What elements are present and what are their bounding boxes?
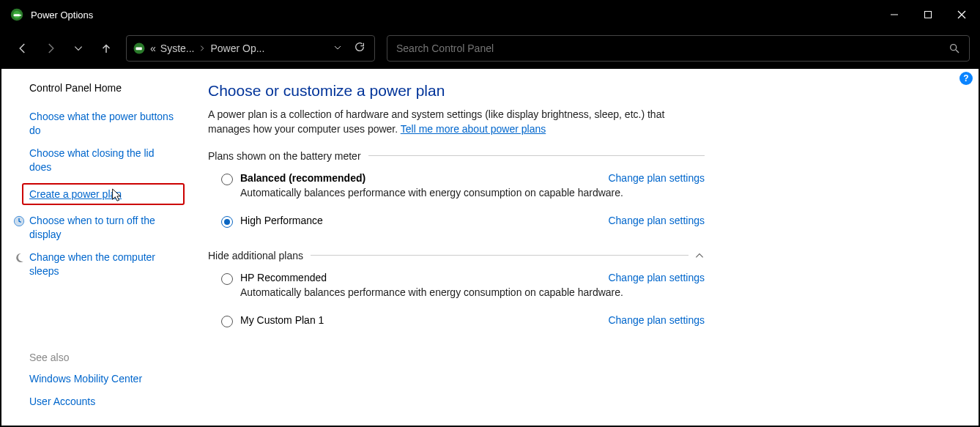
sidebar-link-create-plan[interactable]: Create a power plan (22, 183, 185, 206)
svg-rect-2 (14, 14, 21, 16)
breadcrumb-prefix: « (150, 42, 156, 54)
section-plans-shown: Plans shown on the battery meter (208, 150, 705, 162)
svg-point-10 (951, 45, 957, 51)
section-hide-additional[interactable]: Hide additional plans (208, 250, 705, 261)
plan-high-performance: High Performance Change plan settings (221, 215, 705, 228)
breadcrumb-item-1[interactable]: Syste... (160, 42, 195, 54)
address-dropdown-button[interactable] (329, 42, 346, 55)
search-input[interactable] (396, 42, 949, 54)
change-plan-settings-link[interactable]: Change plan settings (608, 272, 705, 283)
help-icon[interactable]: ? (959, 72, 973, 85)
plan-radio-high-performance[interactable] (221, 216, 233, 228)
clock-icon (13, 215, 25, 227)
plan-hp-recommended: HP Recommended Change plan settings Auto… (221, 272, 705, 308)
main-panel: Choose or customize a power plan A power… (192, 69, 749, 426)
chevron-up-icon[interactable] (694, 250, 705, 261)
window-title: Power Options (31, 10, 93, 21)
up-button[interactable] (94, 36, 119, 61)
divider (311, 255, 688, 256)
refresh-button[interactable] (351, 41, 368, 56)
plan-custom-1: My Custom Plan 1 Change plan settings (221, 314, 705, 327)
see-also-header: See also (29, 352, 177, 363)
search-icon[interactable] (949, 42, 960, 54)
breadcrumb[interactable]: « Syste... Power Op... (150, 42, 324, 54)
plan-title[interactable]: HP Recommended (240, 272, 327, 283)
sidebar-link-turn-off-display[interactable]: Choose when to turn off the display (29, 214, 177, 242)
control-panel-home-link[interactable]: Control Panel Home (29, 82, 177, 94)
back-button[interactable] (10, 36, 35, 61)
plan-title[interactable]: My Custom Plan 1 (240, 314, 324, 326)
plan-title[interactable]: Balanced (recommended) (240, 172, 365, 184)
plan-radio-balanced[interactable] (221, 174, 233, 185)
maximize-button[interactable] (911, 1, 945, 28)
see-also-user-accounts[interactable]: User Accounts (29, 395, 177, 409)
change-plan-settings-link[interactable]: Change plan settings (608, 314, 705, 326)
battery-icon (133, 42, 146, 55)
section-header-label: Hide additional plans (208, 250, 303, 261)
address-bar[interactable]: « Syste... Power Op... (126, 35, 375, 62)
section-header-label: Plans shown on the battery meter (208, 150, 361, 162)
sidebar-link-label: Change when the computer sleeps (29, 251, 155, 277)
sidebar: Control Panel Home Choose what the power… (1, 69, 192, 426)
change-plan-settings-link[interactable]: Change plan settings (608, 215, 705, 226)
plan-description: Automatically balances performance with … (240, 286, 705, 298)
sidebar-link-computer-sleeps[interactable]: Change when the computer sleeps (29, 250, 177, 278)
page-title: Choose or customize a power plan (208, 82, 705, 100)
svg-rect-5 (925, 12, 932, 18)
sidebar-link-power-buttons[interactable]: Choose what the power buttons do (29, 110, 177, 138)
svg-line-11 (956, 50, 959, 53)
close-button[interactable] (945, 1, 979, 28)
divider (368, 155, 705, 156)
breadcrumb-item-2[interactable]: Power Op... (210, 42, 264, 54)
intro-link[interactable]: Tell me more about power plans (401, 123, 546, 135)
titlebar: Power Options (1, 1, 979, 28)
search-box[interactable] (387, 35, 970, 62)
power-options-icon (10, 8, 23, 21)
plan-radio-hp-recommended[interactable] (221, 273, 233, 285)
sidebar-link-closing-lid[interactable]: Choose what closing the lid does (29, 146, 177, 174)
minimize-button[interactable] (877, 1, 911, 28)
moon-icon (13, 252, 25, 264)
plan-balanced: Balanced (recommended) Change plan setti… (221, 172, 705, 209)
chevron-right-icon (198, 45, 206, 52)
recent-button[interactable] (66, 36, 91, 61)
plan-title[interactable]: High Performance (240, 215, 323, 226)
change-plan-settings-link[interactable]: Change plan settings (608, 172, 705, 184)
plan-radio-custom-1[interactable] (221, 316, 233, 327)
sidebar-link-label: Choose when to turn off the display (29, 215, 155, 240)
sidebar-link-label: Create a power plan (29, 188, 122, 200)
forward-button[interactable] (38, 36, 63, 61)
plan-description: Automatically balances performance with … (240, 187, 705, 198)
navbar: « Syste... Power Op... (1, 28, 979, 69)
see-also-mobility-center[interactable]: Windows Mobility Center (29, 372, 177, 386)
intro-text: A power plan is a collection of hardware… (208, 107, 705, 137)
svg-rect-9 (136, 48, 142, 51)
svg-rect-3 (21, 15, 22, 16)
content-area: ? Control Panel Home Choose what the pow… (1, 69, 979, 426)
